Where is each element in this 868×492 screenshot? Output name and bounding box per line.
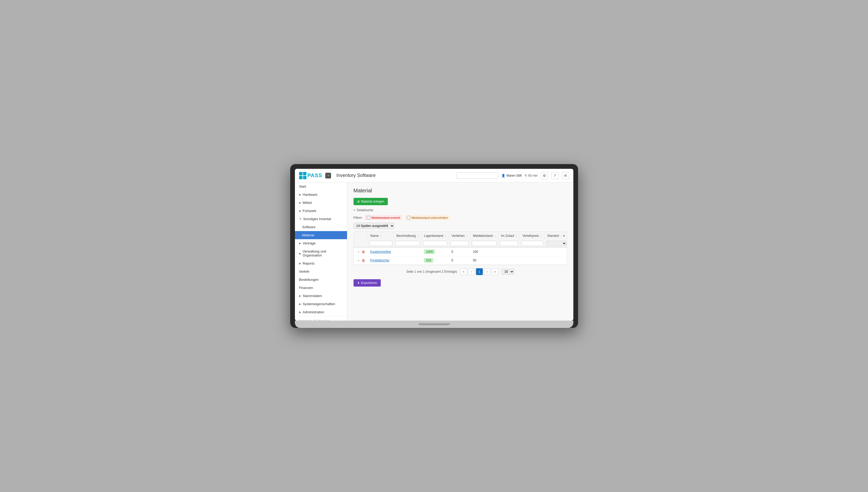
sidebar-item-vertraege[interactable]: ▶ Verträge: [295, 239, 347, 247]
lagerbestand-badge: 520: [424, 258, 433, 263]
row-im-zulauf-cell: [498, 247, 520, 256]
sidebar-item-stammdaten[interactable]: ▶ Stammdaten: [295, 292, 347, 300]
table-row: → 🗑 Kugelschreiber 1000 0 100: [354, 247, 567, 256]
filter-label: Filtern: [353, 216, 362, 220]
sidebar-item-moebel[interactable]: ▶ Möbel: [295, 199, 347, 207]
sidebar-item-bestellungen[interactable]: Bestellungen: [295, 276, 347, 284]
pagination-last-button[interactable]: »: [492, 268, 498, 275]
sidebar-item-material[interactable]: Material: [295, 231, 347, 239]
sidebar-item-start[interactable]: Start: [295, 182, 347, 191]
sidebar-item-label: Stammdaten: [303, 294, 322, 298]
filter-chip-meldebestand-unterschritten[interactable]: Meldebestand unterschritten: [405, 215, 450, 220]
delete-icon[interactable]: 🗑: [362, 259, 365, 263]
sidebar-item-label: Start: [299, 184, 306, 189]
th-name[interactable]: Name ↕: [368, 232, 394, 240]
sidebar-item-finanzen[interactable]: Finanzen: [295, 284, 347, 292]
navigate-icon[interactable]: →: [356, 258, 360, 263]
th-verliehen[interactable]: Verliehen ↕: [449, 232, 470, 240]
add-button-label: Material anlegen: [361, 200, 385, 203]
th-meldebestand[interactable]: Meldebestand ↕: [470, 232, 498, 240]
th-standort[interactable]: Standort ↕ ▼: [545, 232, 567, 240]
th-im-zulauf[interactable]: Im Zulauf ↕: [498, 232, 520, 240]
row-meldebestand-cell: 50: [470, 256, 498, 265]
help-button[interactable]: ?: [551, 172, 559, 179]
export-button[interactable]: ⬇ Exportieren: [353, 279, 381, 287]
header-search-input[interactable]: [456, 172, 498, 179]
settings-button[interactable]: ⚙: [541, 172, 548, 179]
pagination-page-1-button[interactable]: 1: [476, 268, 483, 275]
row-beschreibung-cell: [394, 256, 421, 265]
chevron-right-icon: ▶: [299, 242, 301, 245]
sidebar-item-label: Verwaltung und Organisation: [303, 249, 343, 257]
user-info[interactable]: 👤 Maren Stift: [501, 174, 522, 177]
logo-grid-icon: [299, 172, 306, 179]
sidebar-item-label: Verleih: [299, 270, 309, 273]
filter-checkbox-meldebestand-erreicht[interactable]: [367, 216, 370, 219]
delete-icon[interactable]: 🗑: [362, 250, 365, 254]
chevron-right-icon: ▶: [299, 294, 301, 297]
sidebar-footer: frontend © ~8.5.24 / 4.3.4 ©2023 PASS Co…: [295, 316, 347, 321]
sidebar-item-sonstiges[interactable]: ▼ Sonstiges Inventar: [295, 215, 347, 223]
filter-name-input[interactable]: [369, 241, 392, 246]
chevron-right-icon: ▶: [299, 262, 301, 265]
plus-icon: +: [353, 208, 355, 212]
filter-verleihpreis-cell: [520, 240, 545, 247]
action-icons: → 🗑: [356, 250, 365, 254]
sidebar-item-administration[interactable]: ▶ Administration: [295, 308, 347, 316]
row-lagerbestand-cell: 1000: [421, 247, 449, 256]
filter-im-zulauf-cell: [498, 240, 520, 247]
sidebar-item-hardware[interactable]: ▶ Hardware: [295, 191, 347, 199]
notifications-button[interactable]: ✉: [562, 172, 569, 179]
filter-im-zulauf-input[interactable]: [500, 241, 518, 246]
chevron-right-icon: ▶: [299, 193, 301, 196]
refresh-icon: ↻: [525, 174, 527, 177]
content-area: Material ⊕ Material anlegen + Detailsuch…: [347, 182, 573, 321]
sidebar-item-software[interactable]: Software: [295, 223, 347, 231]
sidebar-item-reports[interactable]: ▶ Reports: [295, 259, 347, 268]
pagination-next-button[interactable]: ›: [484, 268, 491, 275]
lagerbestand-badge: 1000: [424, 249, 435, 254]
detail-search-row[interactable]: + Detailsuche: [353, 208, 567, 212]
logo-text: PASS: [307, 172, 322, 178]
filter-meldebestand-input[interactable]: [472, 241, 497, 246]
filter-verleihpreis-input[interactable]: [521, 241, 543, 246]
pagination-prev-button[interactable]: ‹: [468, 268, 475, 275]
columns-select[interactable]: 14 Spalten ausgewählt: [353, 223, 394, 229]
th-lagerbestand[interactable]: Lagerbestand ↕: [421, 232, 449, 240]
page-size-select[interactable]: 10 25 50: [502, 269, 514, 274]
sidebar-item-label: Material: [302, 233, 314, 237]
navigate-icon[interactable]: →: [356, 250, 360, 254]
filter-chip-meldebestand-erreicht[interactable]: Meldebestand erreicht: [365, 215, 402, 220]
refresh-info[interactable]: ↻ 60 min: [525, 174, 538, 177]
sidebar: Start ▶ Hardware ▶ Möbel ▶ Fuhrpark: [295, 182, 347, 321]
sidebar-item-fuhrpark[interactable]: ▶ Fuhrpark: [295, 207, 347, 215]
export-button-label: Exportieren: [361, 281, 377, 285]
filter-beschreibung-input[interactable]: [395, 241, 420, 246]
header-bar: PASS « Inventory Software 👤 Maren Stift …: [295, 169, 573, 182]
version-text: frontend © ~8.5.24 / 4.3.4: [299, 320, 343, 321]
row-name-cell: Projektbücher: [368, 256, 394, 265]
row-verliehen-cell: 0: [449, 247, 470, 256]
filter-verliehen-input[interactable]: [450, 241, 469, 246]
row-name-cell: Kugelschreiber: [368, 247, 394, 256]
main-layout: Start ▶ Hardware ▶ Möbel ▶ Fuhrpark: [295, 182, 573, 321]
th-verleihpreis[interactable]: Verleihpreis ↕: [520, 232, 545, 240]
detail-search-label: Detailsuche: [357, 208, 373, 212]
add-material-button[interactable]: ⊕ Material anlegen: [353, 198, 388, 205]
pagination-first-button[interactable]: «: [460, 268, 467, 275]
sidebar-item-verwaltung[interactable]: ▶ Verwaltung und Organisation: [295, 247, 347, 259]
filter-standort-select[interactable]: [546, 241, 567, 246]
collapse-sidebar-button[interactable]: «: [325, 173, 331, 178]
user-icon: 👤: [501, 174, 505, 177]
row-lagerbestand-cell: 520: [421, 256, 449, 265]
sidebar-item-verleih[interactable]: Verleih: [295, 268, 347, 276]
th-beschreibung[interactable]: Beschreibung ↕: [394, 232, 421, 240]
filter-lagerbestand-input[interactable]: [423, 241, 447, 246]
sidebar-item-label: Möbel: [303, 201, 312, 205]
row-name-link[interactable]: Projektbücher: [370, 259, 390, 262]
filter-meldebestand-cell: [470, 240, 498, 247]
app-title: Inventory Software: [336, 173, 375, 178]
filter-checkbox-meldebestand-unterschritten[interactable]: [407, 216, 410, 219]
sidebar-item-systemeigenschaften[interactable]: ▶ Systemeigenschaften: [295, 300, 347, 308]
row-name-link[interactable]: Kugelschreiber: [370, 250, 391, 253]
